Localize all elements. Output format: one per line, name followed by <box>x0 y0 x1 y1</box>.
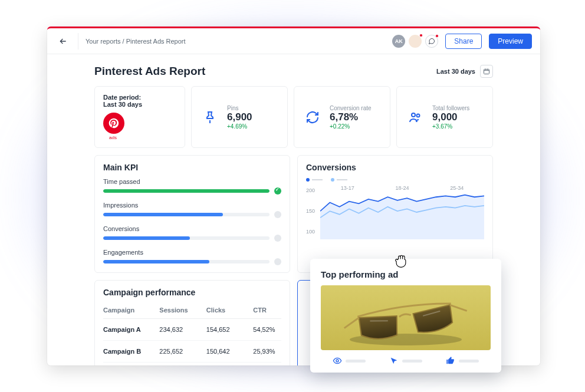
kpi-bar <box>103 258 281 265</box>
date-period-card: Date period: Last 30 days ads <box>94 86 185 148</box>
cell-campaign: Campaign B <box>103 348 159 355</box>
table-row[interactable]: Campaign C220,942143,52835,64% <box>103 363 281 365</box>
eye-icon <box>333 356 342 365</box>
stat-likes <box>446 356 479 365</box>
svg-point-1 <box>412 113 415 117</box>
avatar-group: AK <box>392 35 438 48</box>
kpi-bar <box>103 211 281 218</box>
col-header: Clicks <box>206 307 253 314</box>
y-tick: 150 <box>306 208 315 214</box>
cell-ctr: 25,93% <box>253 348 281 355</box>
refresh-icon <box>303 107 323 127</box>
period-value: Last 30 days <box>103 101 176 108</box>
main-kpi-panel: Main KPI Time passedImpressionsConversio… <box>94 155 290 273</box>
arrow-left-icon <box>58 37 68 46</box>
metric-card-followers: Total followers 9,000 +3.67% <box>396 86 493 148</box>
stat-bar <box>402 360 422 363</box>
panel-title: Main KPI <box>103 163 281 172</box>
conversions-panel: Conversions 200 150 100 13-17 18-24 25-3… <box>297 155 493 273</box>
kpi-row: Impressions <box>103 202 281 218</box>
chart-legend <box>306 178 484 182</box>
cursor-icon <box>389 356 399 365</box>
date-range-label: Last 30 days <box>436 68 475 75</box>
svg-point-5 <box>336 360 338 362</box>
metric-delta: +4.69% <box>227 123 252 130</box>
stat-clicks <box>389 356 422 365</box>
y-tick: 200 <box>306 187 315 193</box>
kpi-bar <box>103 187 281 195</box>
legend-item <box>306 178 323 182</box>
table-body: Campaign A234,632154,65254,52%Campaign B… <box>103 319 281 365</box>
avatar[interactable] <box>409 35 422 48</box>
divider <box>78 33 78 50</box>
cell-ctr: 54,52% <box>253 326 281 333</box>
cell-clicks: 150,642 <box>206 348 253 355</box>
avatar-initials: AK <box>395 38 403 44</box>
back-button[interactable] <box>55 34 71 49</box>
calendar-icon <box>483 68 490 75</box>
kpi-label: Engagements <box>103 249 281 256</box>
cell-sessions: 225,652 <box>159 348 206 355</box>
breadcrumb[interactable]: Your reports / Pinterest Ads Report <box>86 38 385 45</box>
metric-card-conversion-rate: Conversion rate 6,78% +0.22% <box>294 86 390 148</box>
metric-label: Total followers <box>432 105 469 111</box>
brand-subtext: ads <box>109 135 176 140</box>
preview-button[interactable]: Preview <box>489 34 532 49</box>
legend-item <box>331 178 347 182</box>
ad-image <box>321 285 491 350</box>
date-range-picker[interactable]: Last 30 days <box>436 65 493 78</box>
metric-delta: +0.22% <box>330 123 372 130</box>
kpi-label: Impressions <box>103 202 281 209</box>
svg-rect-0 <box>484 70 489 74</box>
table-row[interactable]: Campaign B225,652150,64225,93% <box>103 341 281 363</box>
page-title: Pinterest Ads Report <box>94 65 205 78</box>
cell-campaign: Campaign A <box>103 326 159 333</box>
thumbs-up-icon <box>446 356 455 365</box>
notification-dot-icon <box>435 34 439 38</box>
kpi-bar <box>103 235 281 242</box>
check-icon <box>274 187 281 195</box>
comments-button[interactable] <box>425 35 438 48</box>
dot-icon <box>274 235 281 242</box>
kpi-row: Engagements <box>103 249 281 265</box>
col-header: Sessions <box>159 307 206 314</box>
page-header: Pinterest Ads Report Last 30 days <box>94 65 493 78</box>
users-icon <box>405 107 425 127</box>
cell-sessions: 234,632 <box>159 326 206 333</box>
metric-value: 6,78% <box>330 111 372 123</box>
panel-title: Conversions <box>306 163 484 172</box>
table-header: Campaign Sessions Clicks CTR <box>103 303 281 319</box>
table-row[interactable]: Campaign A234,632154,65254,52% <box>103 319 281 341</box>
col-header: Campaign <box>103 307 159 314</box>
kpi-list: Time passedImpressionsConversionsEngagem… <box>103 178 281 265</box>
cell-clicks: 154,652 <box>206 326 253 333</box>
kpi-row: Conversions <box>103 225 281 242</box>
period-label: Date period: <box>103 94 176 101</box>
share-button[interactable]: Share <box>445 34 482 49</box>
stat-bar <box>459 360 479 363</box>
col-header: CTR <box>253 307 281 314</box>
metric-card-pins: Pins 6,900 +4.69% <box>191 86 288 148</box>
kpi-label: Conversions <box>103 225 281 232</box>
metric-delta: +3.67% <box>432 123 469 130</box>
top-bar: Your reports / Pinterest Ads Report AK S… <box>47 28 540 54</box>
panel-title: Campaign performance <box>103 288 281 297</box>
kpi-label: Time passed <box>103 178 281 185</box>
dot-icon <box>274 258 281 265</box>
pin-icon <box>200 107 220 127</box>
conversions-chart: 200 150 100 13-17 18-24 25-34 <box>306 185 484 250</box>
svg-point-2 <box>417 114 420 117</box>
calendar-button[interactable] <box>480 65 493 78</box>
summary-row: Date period: Last 30 days ads Pins 6,900… <box>94 86 493 148</box>
ad-stats-bar <box>321 356 491 365</box>
metric-label: Pins <box>227 105 252 111</box>
kpi-row: Time passed <box>103 178 281 195</box>
stat-views <box>333 356 366 365</box>
middle-row: Main KPI Time passedImpressionsConversio… <box>94 155 493 273</box>
avatar[interactable]: AK <box>392 35 405 48</box>
top-performing-ad-card[interactable]: Top performing ad <box>310 259 501 373</box>
stat-bar <box>346 360 366 363</box>
card-title: Top performing ad <box>321 269 491 279</box>
y-tick: 100 <box>306 229 315 235</box>
metric-value: 9,000 <box>432 111 469 123</box>
